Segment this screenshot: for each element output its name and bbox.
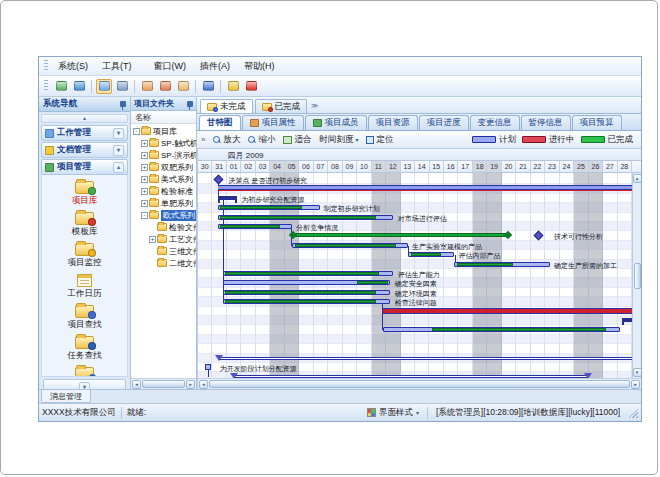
tree-horizontal-scrollbar[interactable]: ◂ ▸ <box>131 378 196 389</box>
chevron-down-icon[interactable]: ▾ <box>113 145 124 156</box>
image-icon[interactable] <box>175 79 191 94</box>
sidebar-section-2[interactable]: 文档管理▾ <box>41 142 128 158</box>
tree-row[interactable]: +检验标准 <box>131 185 196 197</box>
scroll-left-icon[interactable]: ◂ <box>132 380 141 389</box>
gantt-progress-bar[interactable] <box>220 206 302 209</box>
help-icon[interactable] <box>200 79 216 94</box>
gantt-tri[interactable] <box>584 373 592 378</box>
gantt-progress-bar[interactable] <box>225 300 375 303</box>
view-tab-暂停信息[interactable]: 暂停信息 <box>521 115 571 130</box>
chart-icon[interactable] <box>157 79 173 94</box>
tree-row[interactable]: -项目库 <box>131 125 196 137</box>
gantt-button-时间刻度[interactable]: 时间刻度▾ <box>316 133 361 147</box>
gantt-vertical-scrollbar[interactable]: ▴ ▾ <box>632 173 641 378</box>
scroll-down-icon[interactable]: ▾ <box>633 368 642 377</box>
expand-icon[interactable]: + <box>141 200 148 207</box>
lock-icon[interactable] <box>225 79 241 94</box>
tree-row[interactable]: +工艺文件 <box>131 233 196 245</box>
sidebar-item-项目查找[interactable]: 项目查找 <box>68 302 102 331</box>
window-icon[interactable] <box>114 79 130 94</box>
collapse-icon[interactable]: - <box>133 128 140 135</box>
tree-row[interactable]: +双肥系列 <box>131 161 196 173</box>
expand-icon[interactable]: + <box>149 236 156 243</box>
tab-overflow-icon[interactable]: ≫ <box>311 102 318 110</box>
menu-item[interactable]: 工具(T) <box>95 58 139 75</box>
expand-icon[interactable]: + <box>141 140 148 147</box>
exit-icon[interactable] <box>243 79 259 94</box>
view-tab-变更信息[interactable]: 变更信息 <box>470 115 520 130</box>
gantt-progress-bar[interactable] <box>457 263 513 266</box>
tree-row[interactable]: +SP-触式机系 <box>131 137 196 149</box>
gantt-progress-bar[interactable] <box>432 328 606 331</box>
ui-style-label[interactable]: 界面样式 <box>379 407 413 419</box>
sidebar-section-1[interactable]: 工作管理▾ <box>41 125 128 141</box>
scroll-thumb[interactable] <box>209 380 630 388</box>
gantt-progress-bar[interactable] <box>225 291 375 294</box>
menu-item[interactable]: 窗口(W) <box>147 58 194 75</box>
tree-row[interactable]: 二维文件 <box>131 257 196 269</box>
folder-open-icon[interactable] <box>96 79 112 94</box>
view-tab-项目属性[interactable]: 项目属性 <box>242 115 304 130</box>
sidebar-item-项目文档查找[interactable]: 项目文档查找 <box>59 364 110 377</box>
expand-icon[interactable]: + <box>141 152 148 159</box>
menu-item[interactable]: 系统(S) <box>51 58 95 75</box>
tree-row[interactable]: 检验文件 <box>131 221 196 233</box>
resize-grip[interactable] <box>627 407 638 418</box>
gantt-progress-bar[interactable] <box>295 244 396 247</box>
tree-column-header[interactable]: 名称 <box>131 111 196 124</box>
message-management-tab[interactable]: 消息管理 <box>41 390 91 403</box>
gantt-redbar[interactable] <box>382 308 637 314</box>
gantt-button-放大[interactable]: 放大 <box>210 133 243 147</box>
gantt-dline[interactable] <box>233 375 587 378</box>
gantt-plan[interactable] <box>218 185 637 191</box>
chevron-down-icon[interactable]: ▾ <box>416 409 419 416</box>
sidebar-section-3[interactable]: 项目管理▴ <box>41 159 128 175</box>
menu-item[interactable]: 帮助(H) <box>237 58 282 75</box>
expand-icon[interactable]: + <box>141 188 148 195</box>
filter-tab-未完成[interactable]: 未完成 <box>200 99 253 113</box>
sidebar-collapse-strip[interactable]: ▴ <box>41 114 128 123</box>
gantt-button-缩小[interactable]: 缩小 <box>245 133 278 147</box>
collapse-icon[interactable]: - <box>141 212 148 219</box>
chevron-up-icon[interactable]: ▴ <box>113 162 124 173</box>
tree-row[interactable]: 三维文件 <box>131 245 196 257</box>
chevron-down-icon[interactable]: ▾ <box>79 382 90 390</box>
scroll-thumb[interactable] <box>634 263 641 289</box>
ui-style-icon[interactable] <box>367 408 376 417</box>
scroll-left-icon[interactable]: ◂ <box>199 380 208 389</box>
gantt-horizontal-scrollbar[interactable]: ◂ ▸ <box>198 378 641 389</box>
system-monitor-icon[interactable] <box>53 79 69 94</box>
view-tab-项目成员[interactable]: 项目成员 <box>305 115 367 130</box>
tree-row[interactable]: -欧式系列 <box>131 209 196 221</box>
sidebar-item-任务查找[interactable]: 任务查找 <box>68 333 102 362</box>
view-tab-项目进度[interactable]: 项目进度 <box>419 115 469 130</box>
gantt-progress-bar[interactable] <box>357 281 387 284</box>
tree-row[interactable]: +单肥系列 <box>131 197 196 209</box>
gantt-progress-bar[interactable] <box>225 272 378 275</box>
pin-icon[interactable] <box>120 101 126 107</box>
filter-tab-已完成[interactable]: 已完成 <box>255 99 308 113</box>
gantt-progress-bar[interactable] <box>220 216 376 219</box>
scroll-thumb[interactable] <box>142 380 185 388</box>
gantt-sum[interactable] <box>218 196 238 200</box>
chevron-down-icon[interactable]: ▾ <box>113 128 124 139</box>
sidebar-item-工作日历[interactable]: 工作日历 <box>68 271 102 300</box>
sidebar-item-模板库[interactable]: 模板库 <box>72 209 98 238</box>
sidebar-item-项目监控[interactable]: 项目监控 <box>68 240 102 269</box>
menu-item[interactable]: 插件(A) <box>193 58 237 75</box>
tree-row[interactable]: +美式系列 <box>131 173 196 185</box>
toolbar-overflow-icon[interactable]: » <box>201 135 205 144</box>
view-tab-项目预算[interactable]: 项目预算 <box>572 115 622 130</box>
gantt-sq[interactable] <box>205 364 211 370</box>
pin-icon[interactable] <box>187 101 193 107</box>
gantt-tri[interactable] <box>230 373 238 378</box>
toolbar-grip[interactable] <box>44 80 48 92</box>
expand-icon[interactable]: + <box>141 176 148 183</box>
sidebar-section-clipped[interactable]: ▾ <box>43 379 126 389</box>
scroll-up-icon[interactable]: ▴ <box>633 174 642 183</box>
gantt-button-定位[interactable]: 定位 <box>363 133 396 147</box>
tree-row[interactable]: +SP-演示机系 <box>131 149 196 161</box>
report-icon[interactable] <box>139 79 155 94</box>
gantt-tri[interactable] <box>215 355 223 361</box>
gantt-progress-bar[interactable] <box>220 225 280 228</box>
